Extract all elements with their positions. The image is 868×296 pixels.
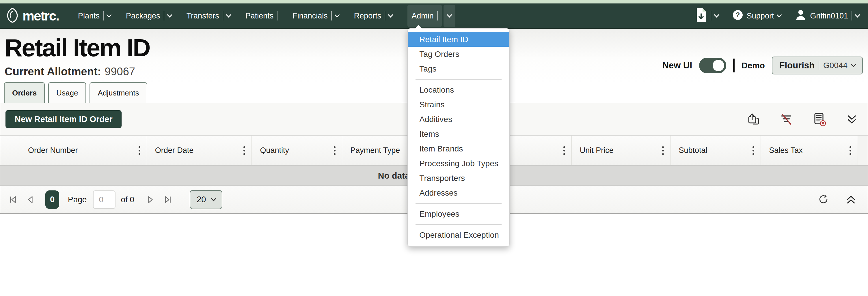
divider: [818, 61, 819, 70]
menu-item-operational-exception[interactable]: Operational Exception: [408, 228, 509, 242]
username: Griffin0101: [810, 11, 848, 21]
page-first-icon[interactable]: [8, 194, 19, 205]
nav-reports[interactable]: Reports: [354, 3, 393, 28]
column-menu-icon[interactable]: [137, 144, 142, 157]
nav-packages[interactable]: Packages: [126, 3, 172, 28]
nav-admin[interactable]: Admin Retail Item ID Tag Orders Tags Loc…: [407, 3, 455, 28]
menu-item-tag-orders[interactable]: Tag Orders: [408, 47, 509, 61]
chevron-down-icon[interactable]: [777, 12, 782, 17]
top-strip: [0, 0, 868, 3]
page-size-select[interactable]: 20: [190, 190, 222, 209]
new-ui-label: New UI: [662, 60, 692, 71]
current-allotment: Current Allotment:99067: [5, 65, 135, 78]
menu-divider: [415, 224, 502, 225]
nav-patients[interactable]: Patients: [245, 3, 278, 28]
chevron-down-icon[interactable]: [855, 12, 860, 17]
metrc-leaf-icon: [6, 7, 19, 24]
chevron-down-icon[interactable]: [334, 12, 340, 17]
menu-item-transporters[interactable]: Transporters: [408, 171, 509, 186]
menu-item-additives[interactable]: Additives: [408, 112, 509, 127]
allotment-value: 99067: [104, 65, 135, 77]
admin-dropdown-menu: Retail Item ID Tag Orders Tags Locations…: [407, 28, 510, 246]
divider: [437, 11, 438, 21]
divider: [733, 59, 735, 72]
toggle-knob: [713, 60, 724, 71]
nav-admin-caret[interactable]: [443, 5, 455, 27]
svg-text:?: ?: [736, 11, 740, 19]
column-header-filler: [858, 136, 868, 165]
divider: [277, 11, 278, 21]
menu-item-items[interactable]: Items: [408, 127, 509, 141]
navbar-right: ? Support Griffin0101: [695, 3, 859, 28]
column-menu-icon[interactable]: [332, 144, 337, 157]
tab-usage[interactable]: Usage: [48, 82, 86, 103]
page-title: Retail Item ID: [5, 33, 150, 62]
new-ui-toggle[interactable]: [699, 58, 726, 73]
current-page-badge[interactable]: 0: [45, 190, 59, 209]
support-menu[interactable]: ? Support: [732, 9, 781, 23]
page-prev-icon[interactable]: [25, 194, 36, 205]
menu-item-retail-item-id[interactable]: Retail Item ID: [408, 32, 509, 47]
page-next-icon[interactable]: [145, 194, 156, 205]
column-header-order-number[interactable]: Order Number: [20, 136, 147, 165]
menu-item-item-brands[interactable]: Item Brands: [408, 141, 509, 156]
column-menu-icon[interactable]: [562, 144, 567, 157]
menu-item-processing-job-types[interactable]: Processing Job Types: [408, 156, 509, 171]
nav-admin-label[interactable]: Admin: [407, 5, 442, 27]
tab-adjustments[interactable]: Adjustments: [90, 82, 147, 103]
reports-quick-access[interactable]: [695, 7, 718, 25]
file-download-icon[interactable]: [695, 7, 707, 25]
chevron-down-icon[interactable]: [167, 12, 172, 17]
chevron-down-icon[interactable]: [388, 12, 393, 17]
page-label: Page: [68, 195, 87, 204]
divider: [711, 11, 711, 21]
nav-financials[interactable]: Financials: [292, 3, 339, 28]
menu-divider: [415, 79, 502, 79]
export-icon[interactable]: [747, 112, 760, 126]
nav-transfers[interactable]: Transfers: [187, 3, 230, 28]
metrc-logo[interactable]: metrc.: [0, 3, 69, 28]
column-menu-icon[interactable]: [242, 144, 247, 157]
divider: [331, 11, 332, 21]
column-header-quantity[interactable]: Quantity: [252, 136, 342, 165]
page-number-input[interactable]: [93, 190, 116, 209]
clear-filters-icon[interactable]: [779, 112, 793, 126]
tab-orders[interactable]: Orders: [4, 82, 45, 103]
remove-document-icon[interactable]: [812, 112, 826, 126]
divider: [103, 11, 104, 21]
menu-item-locations[interactable]: Locations: [408, 83, 509, 97]
column-menu-icon[interactable]: [848, 144, 853, 157]
demo-badge: Demo: [742, 61, 765, 70]
menu-item-strains[interactable]: Strains: [408, 97, 509, 112]
menu-item-tags[interactable]: Tags: [408, 61, 509, 76]
facility-name: Flourish: [779, 60, 814, 71]
user-menu[interactable]: Griffin0101: [795, 9, 859, 23]
page-count-label: of 0: [121, 195, 134, 204]
expand-rows-icon[interactable]: [845, 112, 859, 126]
navbar: metrc. Plants Packages Transfers Patient…: [0, 3, 868, 29]
facility-selector[interactable]: Flourish G0044: [772, 57, 863, 74]
column-header-subtotal[interactable]: Subtotal: [671, 136, 761, 165]
user-icon: [795, 9, 806, 23]
nav-plants[interactable]: Plants: [78, 3, 111, 28]
divider: [164, 11, 164, 21]
grid-toolbar-icons: [747, 112, 859, 126]
menu-item-employees[interactable]: Employees: [408, 206, 509, 221]
column-menu-icon[interactable]: [660, 144, 665, 157]
column-header-expand: [0, 136, 20, 165]
chevron-down-icon[interactable]: [106, 12, 112, 17]
help-icon: ?: [732, 9, 743, 23]
collapse-icon[interactable]: [845, 193, 857, 206]
column-header-unit-price[interactable]: Unit Price: [572, 136, 671, 165]
logo-text: metrc.: [23, 8, 59, 24]
column-menu-icon[interactable]: [751, 144, 756, 157]
page-last-icon[interactable]: [162, 194, 173, 205]
divider: [223, 11, 223, 21]
chevron-down-icon[interactable]: [226, 12, 231, 17]
menu-item-addresses[interactable]: Addresses: [408, 186, 509, 200]
refresh-icon[interactable]: [817, 194, 830, 206]
new-retail-item-id-order-button[interactable]: New Retail Item ID Order: [5, 110, 122, 128]
column-header-sales-tax[interactable]: Sales Tax: [761, 136, 858, 165]
chevron-down-icon[interactable]: [714, 12, 719, 17]
column-header-order-date[interactable]: Order Date: [147, 136, 252, 165]
